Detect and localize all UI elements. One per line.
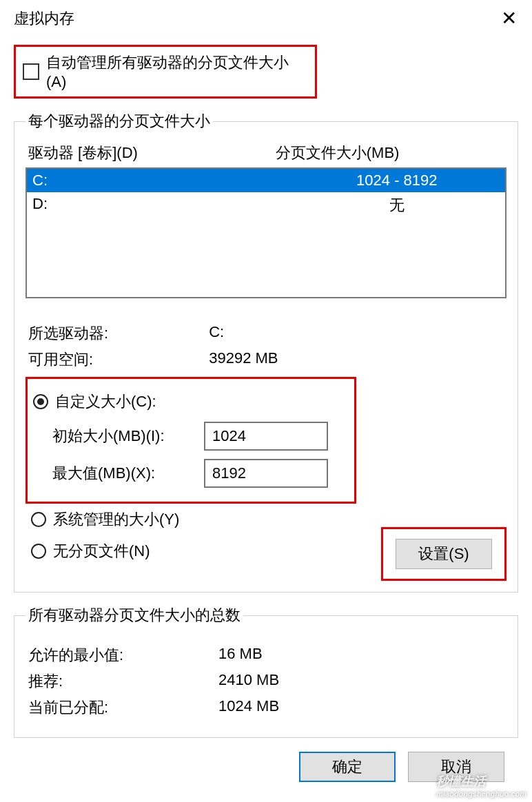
- dialog-title: 虚拟内存: [14, 8, 74, 29]
- initial-size-input[interactable]: [204, 422, 328, 451]
- drive-size: 无: [294, 195, 500, 216]
- selected-drive-label: 所选驱动器:: [28, 323, 209, 344]
- watermark: 秒懂生活 miaodongshenghuo.com: [436, 773, 526, 798]
- set-button[interactable]: 设置(S): [396, 539, 492, 569]
- close-icon[interactable]: ✕: [495, 7, 522, 30]
- min-allowed-value: 16 MB: [218, 645, 504, 666]
- radio-icon[interactable]: [33, 394, 48, 409]
- drive-listbox[interactable]: C: 1024 - 8192 D: 无: [25, 167, 507, 298]
- header-drive: 驱动器 [卷标](D): [28, 143, 276, 163]
- auto-manage-checkbox-row[interactable]: 自动管理所有驱动器的分页文件大小(A): [14, 45, 317, 99]
- set-button-highlight: 设置(S): [381, 527, 507, 581]
- free-space-value: 39292 MB: [209, 349, 504, 370]
- recommended-label: 推荐:: [28, 671, 218, 692]
- max-size-label: 最大值(MB)(X):: [52, 463, 204, 484]
- custom-size-section: 自定义大小(C): 初始大小(MB)(I): 最大值(MB)(X):: [25, 377, 356, 504]
- initial-size-label: 初始大小(MB)(I):: [52, 426, 204, 446]
- radio-icon[interactable]: [31, 544, 46, 559]
- min-allowed-label: 允许的最小值:: [28, 645, 218, 666]
- currently-allocated-value: 1024 MB: [218, 697, 504, 718]
- list-item[interactable]: C: 1024 - 8192: [27, 169, 505, 192]
- checkbox-icon[interactable]: [23, 63, 39, 80]
- drive-letter: D:: [32, 195, 294, 216]
- auto-manage-label: 自动管理所有驱动器的分页文件大小(A): [46, 52, 308, 91]
- list-item[interactable]: D: 无: [27, 192, 505, 218]
- radio-icon[interactable]: [31, 512, 46, 527]
- ok-button[interactable]: 确定: [299, 752, 396, 782]
- max-size-input[interactable]: [204, 459, 328, 488]
- custom-size-label: 自定义大小(C):: [55, 391, 156, 412]
- no-pagefile-label: 无分页文件(N): [53, 541, 150, 562]
- selected-drive-value: C:: [209, 323, 504, 344]
- custom-size-radio[interactable]: 自定义大小(C):: [33, 386, 349, 418]
- totals-legend: 所有驱动器分页文件大小的总数: [25, 605, 243, 626]
- header-size: 分页文件大小(MB): [276, 143, 504, 163]
- per-drive-group: 每个驱动器的分页文件大小 驱动器 [卷标](D) 分页文件大小(MB) C: 1…: [14, 111, 518, 593]
- drive-size: 1024 - 8192: [294, 172, 500, 189]
- per-drive-legend: 每个驱动器的分页文件大小: [25, 111, 213, 132]
- drive-letter: C:: [32, 172, 294, 189]
- totals-group: 所有驱动器分页文件大小的总数 允许的最小值: 16 MB 推荐: 2410 MB…: [14, 605, 518, 738]
- free-space-label: 可用空间:: [28, 349, 209, 370]
- recommended-value: 2410 MB: [218, 671, 504, 692]
- currently-allocated-label: 当前已分配:: [28, 697, 218, 718]
- system-managed-label: 系统管理的大小(Y): [53, 509, 179, 530]
